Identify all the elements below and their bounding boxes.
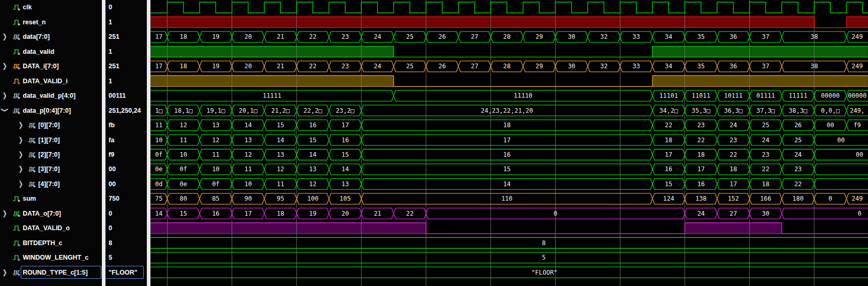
signal-data-valid-o-row[interactable]: DATA_VALID_o [0,221,102,235]
svg-text:26: 26 [438,63,446,70]
chevron-right-icon[interactable]: ❯ [3,209,7,217]
svg-text:17: 17 [155,33,162,40]
signal-sum-value: 750 [109,191,147,206]
svg-text:12: 12 [309,180,316,188]
bus-icon [28,137,36,144]
chevron-down-icon[interactable]: ❯ [1,108,8,112]
svg-text:11101: 11101 [659,92,678,99]
svg-text:34: 34 [665,63,672,70]
signal-label: [1][7:0] [38,137,60,144]
waveform-canvas[interactable]: 1718192021222324252627282930323334353637… [150,0,868,286]
svg-text:23: 23 [341,63,348,70]
svg-text:17: 17 [665,151,672,158]
svg-text:12: 12 [277,165,284,173]
svg-text:138: 138 [695,195,707,202]
svg-text:18: 18 [729,165,737,173]
svg-text:22: 22 [309,33,316,40]
svg-text:32: 32 [600,63,607,70]
svg-text:24: 24 [794,151,801,158]
svg-text:8: 8 [542,239,545,247]
signal-label: [2][7:0] [38,151,60,158]
svg-text:11: 11 [245,165,252,173]
svg-text:10: 10 [245,180,252,188]
signal-data-i-7-0-row[interactable]: ❯DATA_i[7:0] [0,59,102,73]
svg-text:100: 100 [307,195,318,202]
signal-reset-n-row[interactable]: reset_n [0,15,102,29]
panel-splitter-2[interactable] [147,0,150,286]
bus-icon [12,210,21,217]
chevron-right-icon[interactable]: ❯ [3,33,7,40]
svg-text:14: 14 [277,137,284,144]
signal-bitdepth-c-value: 8 [109,235,147,250]
signal-data-valid-row[interactable]: data_valid [0,44,102,59]
chevron-right-icon[interactable]: ❯ [19,151,23,158]
svg-text:22: 22 [729,151,737,158]
signal-label: WINDOW_LENGHT_c [23,254,88,261]
svg-text:f9: f9 [854,122,861,129]
signal-data-valid-i-value: 1 [109,74,147,88]
svg-text:00: 00 [856,151,863,158]
wave-icon [12,239,21,247]
signal-data-valid-p-4-0-row[interactable]: ❯data_valid_p[4:0] [0,88,102,103]
signal-label: DATA_VALID_i [23,78,68,85]
svg-text:18: 18 [277,210,284,217]
panel-splitter[interactable] [102,0,105,286]
chevron-right-icon[interactable]: ❯ [19,122,23,129]
chevron-right-icon[interactable]: ❯ [3,92,7,99]
svg-text:15: 15 [341,151,348,158]
svg-text:13: 13 [212,122,219,129]
signal-label: BITDEPTH_c [23,239,62,247]
signal-2-7-0-row[interactable]: ❯[2][7:0] [0,147,102,162]
svg-text:10111: 10111 [724,92,742,99]
signal-1-7-0-value: fa [109,132,147,147]
svg-text:32: 32 [600,33,607,40]
bus-icon [12,63,21,70]
svg-text:38,3□: 38,3□ [789,107,808,114]
wave-icon [12,224,21,232]
chevron-right-icon[interactable]: ❯ [19,165,23,173]
svg-text:16: 16 [309,122,316,129]
chevron-right-icon[interactable]: ❯ [3,268,7,276]
signal-bitdepth-c-row[interactable]: BITDEPTH_c [0,235,102,250]
svg-text:95: 95 [277,195,284,202]
svg-text:24: 24 [762,137,769,144]
signal-round-type-c-1-5-row[interactable]: ❯ROUND_TYPE_c[1:5] [0,265,102,279]
signal-label: [0][7:0] [38,122,60,129]
signal-label: clk [23,4,32,11]
signal-data-p-0-4-7-0-value: 251,250,24 [109,103,147,117]
signal-data-7-0-row[interactable]: ❯data[7:0] [0,29,102,44]
chevron-right-icon[interactable]: ❯ [19,136,23,143]
chevron-right-icon[interactable]: ❯ [3,63,7,70]
signal-value-panel: 012511251100111251,250,24fbfaf9000075000… [105,0,147,286]
svg-text:16: 16 [212,210,219,217]
signal-clk-row[interactable]: clk [0,0,102,14]
svg-text:18: 18 [503,122,510,129]
signal-0-7-0-row[interactable]: ❯[0][7:0] [0,118,102,132]
svg-text:11011: 11011 [692,92,710,99]
svg-text:19: 19 [212,33,219,40]
waveform-viewer-window: clkreset_n❯data[7:0]data_valid❯DATA_i[7:… [0,0,868,286]
signal-data-valid-i-row[interactable]: DATA_VALID_i [0,74,102,88]
signal-3-7-0-row[interactable]: ❯[3][7:0] [0,162,102,176]
signal-data-p-0-4-7-0-row[interactable]: ❯data_p[0:4][7:0] [0,103,102,117]
svg-text:110: 110 [501,195,513,202]
signal-1-7-0-row[interactable]: ❯[1][7:0] [0,132,102,147]
svg-text:30: 30 [762,210,769,217]
signal-4-7-0-row[interactable]: ❯[4][7:0] [0,177,102,191]
svg-text:17: 17 [155,63,162,70]
signal-sum-row[interactable]: sum [0,191,102,206]
svg-text:23: 23 [762,151,769,158]
svg-text:27: 27 [471,63,478,70]
svg-text:26: 26 [438,33,446,40]
svg-text:22: 22 [762,165,769,173]
chevron-right-icon[interactable]: ❯ [19,180,23,188]
svg-text:36: 36 [729,63,737,70]
wave-icon [12,254,21,261]
svg-text:249: 249 [851,63,863,70]
svg-text:18: 18 [180,63,187,70]
signal-data-o-7-0-row[interactable]: ❯DATA_o[7:0] [0,206,102,221]
svg-text:16: 16 [697,180,705,188]
wave-area[interactable]: 1718192021222324252627282930323334353637… [150,0,868,286]
signal-window-lenght-c-row[interactable]: WINDOW_LENGHT_c [0,250,102,265]
bus-icon [12,269,21,276]
